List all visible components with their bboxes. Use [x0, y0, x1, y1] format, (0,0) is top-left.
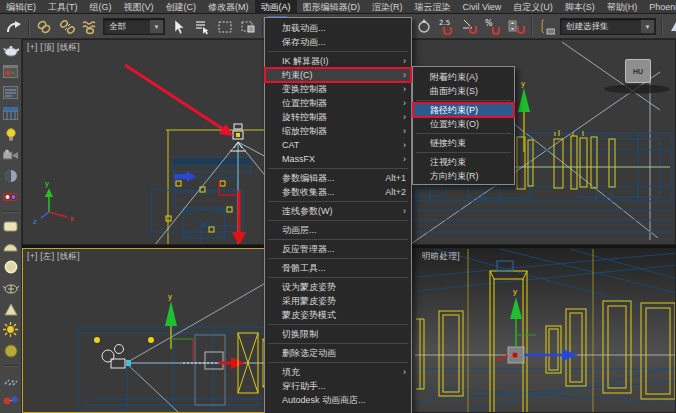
svg-text:x: x [70, 214, 74, 223]
submenu-item-lookat-constraint[interactable]: 注视约束 [413, 155, 514, 169]
rendered-frame-window-icon[interactable] [2, 105, 20, 122]
menu-item-delete-selected-animation[interactable]: 删除选定动画 [265, 346, 411, 360]
mirror-icon[interactable] [666, 16, 676, 37]
menu-item-massfx[interactable]: MassFX› [265, 152, 411, 166]
wire-teapot-icon[interactable] [2, 280, 20, 297]
spinner-snap-toggle-icon[interactable] [506, 16, 527, 37]
camera-icon[interactable] [2, 146, 20, 163]
svg-text:z: z [33, 217, 37, 226]
shadow-sphere-icon[interactable] [2, 167, 20, 184]
submenu-item-orientation-constraint[interactable]: 方向约束(R) [413, 169, 514, 183]
menu-item-assume-skin-pose[interactable]: 采用蒙皮姿势 [265, 294, 411, 308]
submenu-item-attachment-constraint[interactable]: 附着约束(A) [413, 70, 514, 84]
selection-filter-dropdown[interactable]: 全部 ▼ [103, 18, 165, 35]
unlink-icon[interactable] [56, 16, 77, 37]
angle-snap-toggle-icon[interactable] [460, 16, 481, 37]
menu-item-cat[interactable]: CAT› [265, 138, 411, 152]
menu-item-save-animation[interactable]: 保存动画... [265, 35, 411, 49]
light-bulb-icon[interactable] [2, 126, 20, 143]
menu-item-transform-controllers[interactable]: 变换控制器› [265, 82, 411, 96]
select-and-link-icon[interactable] [33, 16, 54, 37]
hu-overlay-button[interactable]: HU [625, 59, 651, 83]
submenu-item-position-constraint[interactable]: 位置约束(O) [413, 117, 514, 131]
menu-item-skin-pose-mode[interactable]: 蒙皮姿势模式 [265, 308, 411, 322]
cone-object-icon[interactable] [2, 301, 20, 318]
menubar-help[interactable]: 帮助(H) [601, 0, 644, 14]
menu-item-animation-layers[interactable]: 动画层... [265, 223, 411, 237]
keyboard-shortcut-override-icon[interactable] [536, 16, 557, 37]
selected-column-large [490, 261, 527, 413]
material-editor-icon[interactable] [2, 84, 20, 101]
menubar-views[interactable]: 视图(V) [118, 0, 160, 14]
select-object-icon[interactable] [168, 16, 189, 37]
dome-object-icon[interactable] [2, 238, 20, 255]
molecule-icon[interactable] [2, 392, 20, 409]
menu-item-scale-controllers[interactable]: 缩放控制器› [265, 124, 411, 138]
menu-item-bone-tools[interactable]: 骨骼工具... [265, 261, 411, 275]
menu-item-populate[interactable]: 填充› [265, 365, 411, 379]
select-and-manipulate-icon[interactable] [414, 16, 435, 37]
render-teapot-icon[interactable] [2, 42, 20, 59]
select-by-name-icon[interactable] [191, 16, 212, 37]
menubar-phoenix-fd[interactable]: Phoenix FD [643, 0, 676, 14]
stereo-camera-icon[interactable] [2, 188, 20, 205]
menubar-animation[interactable]: 动画(A) [255, 0, 297, 14]
viewport-top-label[interactable]: [+] [顶] [线框] [27, 42, 80, 54]
submenu-item-link-constraint[interactable]: 链接约束 [413, 136, 514, 150]
menubar-cloud-render[interactable]: 瑞云渲染 [409, 0, 457, 14]
annotation-arrow [125, 65, 233, 136]
menubar-scripting[interactable]: 脚本(S) [559, 0, 601, 14]
window-crossing-icon[interactable] [237, 16, 258, 37]
percent-snap-toggle-icon[interactable]: % [483, 16, 504, 37]
submenu-arrow-icon: › [400, 98, 406, 108]
menu-item-rotation-controllers[interactable]: 旋转控制器› [265, 110, 411, 124]
bind-to-space-warp-icon[interactable] [79, 16, 100, 37]
menu-item-wire-parameters[interactable]: 连线参数(W)› [265, 204, 411, 218]
menubar-edit[interactable]: 编辑(E) [0, 0, 42, 14]
menu-bar: 编辑(E) 工具(T) 组(G) 视图(V) 创建(C) 修改器(M) 动画(A… [0, 0, 676, 14]
menu-item-constraints[interactable]: 约束(C)› [265, 68, 411, 82]
sphere-object-icon[interactable] [2, 342, 20, 359]
svg-text:2.5: 2.5 [439, 19, 450, 27]
spray-icon[interactable] [2, 371, 20, 388]
menu-item-toggle-limits[interactable]: 切换限制 [265, 327, 411, 341]
menu-item-ik-solvers[interactable]: IK 解算器(I)› [265, 54, 411, 68]
render-setup-icon[interactable] [2, 63, 20, 80]
menu-item-autodesk-animation-store[interactable]: Autodesk 动画商店... [265, 393, 411, 407]
viewport-perspective-label[interactable]: 明暗处理] [422, 251, 460, 263]
sidebar-separator [3, 365, 19, 366]
menubar-tools[interactable]: 工具(T) [42, 0, 84, 14]
menubar-graph-editors[interactable]: 图形编辑器(D) [297, 0, 367, 14]
vertex-markers [166, 181, 232, 232]
menu-item-position-controllers[interactable]: 位置控制器› [265, 96, 411, 110]
menu-item-load-animation[interactable]: 加载动画... [265, 21, 411, 35]
snaps-toggle-icon[interactable]: 2.5 [437, 16, 458, 37]
submenu-item-path-constraint[interactable]: 路径约束(P) [413, 103, 514, 117]
menubar-group[interactable]: 组(G) [84, 0, 118, 14]
menu-item-set-as-skin-pose[interactable]: 设为蒙皮姿势 [265, 280, 411, 294]
menu-separator [416, 133, 511, 134]
axis-tripod: y x z [33, 179, 74, 226]
sphere-light-icon[interactable] [2, 259, 20, 276]
menubar-rendering[interactable]: 渲染(R) [366, 0, 409, 14]
svg-text:%: % [485, 19, 493, 28]
submenu-arrow-icon: › [400, 206, 406, 216]
menu-item-parameter-editor[interactable]: 参数编辑器...Alt+1 [265, 171, 411, 185]
menu-separator [268, 258, 408, 259]
chevron-down-icon: ▼ [150, 20, 163, 33]
menu-item-reaction-manager[interactable]: 反应管理器... [265, 242, 411, 256]
named-selection-sets-value: 创建选择集 [566, 21, 609, 33]
menu-item-parameter-collector[interactable]: 参数收集器...Alt+2 [265, 185, 411, 199]
menubar-create[interactable]: 创建(C) [160, 0, 203, 14]
menubar-modifiers[interactable]: 修改器(M) [202, 0, 255, 14]
submenu-item-surface-constraint[interactable]: 曲面约束(S) [413, 84, 514, 98]
menubar-civil-view[interactable]: Civil View [457, 0, 508, 14]
viewport-left-label[interactable]: [+] [左] [线框] [27, 251, 80, 263]
menu-item-walkthrough-assistant[interactable]: 穿行助手... [265, 379, 411, 393]
plane-object-icon[interactable] [2, 217, 20, 234]
redo-icon[interactable] [3, 16, 24, 37]
menubar-customize[interactable]: 自定义(U) [507, 0, 559, 14]
sun-icon[interactable] [2, 322, 20, 339]
named-selection-sets-dropdown[interactable]: 创建选择集 ▼ [560, 18, 656, 35]
rectangular-selection-region-icon[interactable] [214, 16, 235, 37]
